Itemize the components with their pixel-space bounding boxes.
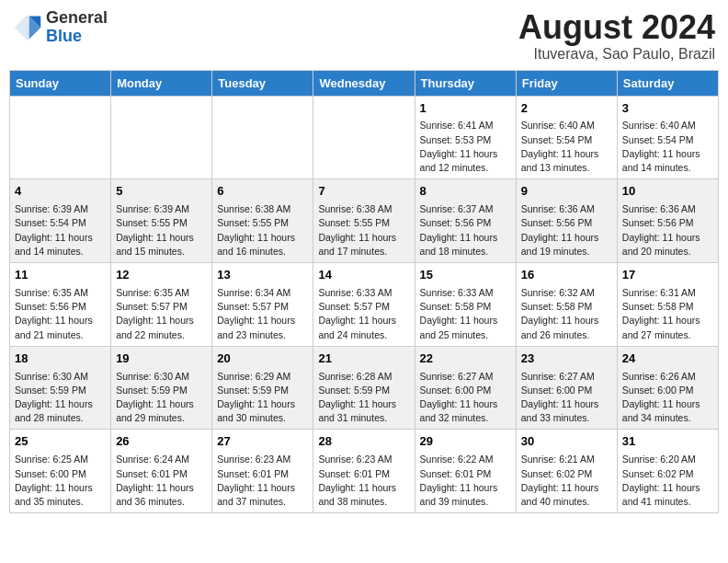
day-info: Sunrise: 6:33 AM Sunset: 5:58 PM Dayligh…: [420, 287, 498, 340]
day-info: Sunrise: 6:41 AM Sunset: 5:53 PM Dayligh…: [420, 120, 498, 173]
day-info: Sunrise: 6:30 AM Sunset: 5:59 PM Dayligh…: [15, 371, 93, 424]
calendar-cell: 30Sunrise: 6:21 AM Sunset: 6:02 PM Dayli…: [516, 430, 617, 513]
day-info: Sunrise: 6:23 AM Sunset: 6:01 PM Dayligh…: [217, 454, 295, 507]
day-number: 2: [521, 100, 612, 118]
calendar-week-5: 25Sunrise: 6:25 AM Sunset: 6:00 PM Dayli…: [10, 430, 719, 513]
day-info: Sunrise: 6:35 AM Sunset: 5:57 PM Dayligh…: [116, 287, 194, 340]
calendar-cell: 10Sunrise: 6:36 AM Sunset: 5:56 PM Dayli…: [617, 179, 718, 263]
day-number: 22: [420, 350, 511, 368]
page-header: General Blue August 2024 Ituverava, Sao …: [9, 9, 719, 63]
calendar-cell: 11Sunrise: 6:35 AM Sunset: 5:56 PM Dayli…: [10, 263, 111, 347]
day-number: 14: [318, 267, 409, 284]
day-number: 24: [622, 350, 713, 368]
logo-text: General Blue: [46, 9, 108, 46]
day-info: Sunrise: 6:21 AM Sunset: 6:02 PM Dayligh…: [521, 454, 599, 507]
day-number: 18: [15, 350, 106, 368]
day-info: Sunrise: 6:32 AM Sunset: 5:58 PM Dayligh…: [521, 287, 599, 340]
calendar-cell: 13Sunrise: 6:34 AM Sunset: 5:57 PM Dayli…: [212, 263, 313, 347]
day-number: 26: [116, 433, 207, 451]
day-info: Sunrise: 6:27 AM Sunset: 6:00 PM Dayligh…: [521, 371, 599, 424]
day-info: Sunrise: 6:39 AM Sunset: 5:54 PM Dayligh…: [15, 203, 93, 257]
day-info: Sunrise: 6:37 AM Sunset: 5:56 PM Dayligh…: [420, 203, 498, 257]
day-info: Sunrise: 6:25 AM Sunset: 6:00 PM Dayligh…: [15, 454, 93, 507]
calendar-cell: [111, 96, 212, 179]
logo: General Blue: [13, 9, 108, 46]
month-title: August 2024: [518, 9, 715, 46]
calendar-cell: 7Sunrise: 6:38 AM Sunset: 5:55 PM Daylig…: [313, 179, 415, 263]
calendar-cell: [10, 96, 111, 179]
calendar-cell: 31Sunrise: 6:20 AM Sunset: 6:02 PM Dayli…: [617, 430, 718, 513]
day-number: 31: [622, 433, 713, 451]
day-number: 12: [116, 267, 207, 284]
day-info: Sunrise: 6:35 AM Sunset: 5:56 PM Dayligh…: [15, 287, 93, 340]
day-number: 6: [217, 183, 308, 201]
day-info: Sunrise: 6:38 AM Sunset: 5:55 PM Dayligh…: [217, 203, 295, 257]
day-info: Sunrise: 6:39 AM Sunset: 5:55 PM Dayligh…: [116, 203, 194, 257]
calendar-cell: [313, 96, 415, 179]
day-number: 17: [622, 267, 713, 284]
weekday-header-thursday: Thursday: [415, 70, 516, 96]
weekday-header-tuesday: Tuesday: [212, 70, 313, 96]
day-info: Sunrise: 6:34 AM Sunset: 5:57 PM Dayligh…: [217, 287, 295, 340]
calendar-cell: 1Sunrise: 6:41 AM Sunset: 5:53 PM Daylig…: [415, 96, 516, 179]
calendar-week-2: 4Sunrise: 6:39 AM Sunset: 5:54 PM Daylig…: [10, 179, 719, 263]
logo-icon: [13, 13, 42, 42]
calendar-cell: 22Sunrise: 6:27 AM Sunset: 6:00 PM Dayli…: [415, 346, 516, 430]
calendar-cell: 15Sunrise: 6:33 AM Sunset: 5:58 PM Dayli…: [415, 263, 516, 347]
calendar-table: SundayMondayTuesdayWednesdayThursdayFrid…: [9, 70, 719, 514]
day-number: 16: [521, 267, 612, 284]
calendar-cell: 4Sunrise: 6:39 AM Sunset: 5:54 PM Daylig…: [10, 179, 111, 263]
calendar-cell: 14Sunrise: 6:33 AM Sunset: 5:57 PM Dayli…: [313, 263, 415, 347]
calendar-cell: 3Sunrise: 6:40 AM Sunset: 5:54 PM Daylig…: [617, 96, 718, 179]
day-info: Sunrise: 6:36 AM Sunset: 5:56 PM Dayligh…: [521, 203, 599, 257]
calendar-cell: 29Sunrise: 6:22 AM Sunset: 6:01 PM Dayli…: [415, 430, 516, 513]
day-number: 7: [318, 183, 409, 201]
weekday-header-wednesday: Wednesday: [313, 70, 415, 96]
calendar-cell: 6Sunrise: 6:38 AM Sunset: 5:55 PM Daylig…: [212, 179, 313, 263]
title-block: August 2024 Ituverava, Sao Paulo, Brazil: [518, 9, 715, 63]
calendar-cell: 18Sunrise: 6:30 AM Sunset: 5:59 PM Dayli…: [10, 346, 111, 430]
day-number: 20: [217, 350, 308, 368]
day-number: 27: [217, 433, 308, 451]
day-info: Sunrise: 6:40 AM Sunset: 5:54 PM Dayligh…: [622, 120, 700, 173]
day-number: 25: [15, 433, 106, 451]
day-info: Sunrise: 6:38 AM Sunset: 5:55 PM Dayligh…: [318, 203, 396, 257]
day-info: Sunrise: 6:40 AM Sunset: 5:54 PM Dayligh…: [521, 120, 599, 173]
day-number: 10: [622, 183, 713, 201]
calendar-cell: 9Sunrise: 6:36 AM Sunset: 5:56 PM Daylig…: [516, 179, 617, 263]
day-number: 9: [521, 183, 612, 201]
weekday-header-sunday: Sunday: [10, 70, 111, 96]
calendar-cell: 24Sunrise: 6:26 AM Sunset: 6:00 PM Dayli…: [617, 346, 718, 430]
day-number: 1: [420, 100, 511, 118]
calendar-cell: 2Sunrise: 6:40 AM Sunset: 5:54 PM Daylig…: [516, 96, 617, 179]
calendar-cell: 28Sunrise: 6:23 AM Sunset: 6:01 PM Dayli…: [313, 430, 415, 513]
day-info: Sunrise: 6:33 AM Sunset: 5:57 PM Dayligh…: [318, 287, 396, 340]
logo-general: General: [46, 9, 108, 28]
calendar-cell: 8Sunrise: 6:37 AM Sunset: 5:56 PM Daylig…: [415, 179, 516, 263]
calendar-cell: 25Sunrise: 6:25 AM Sunset: 6:00 PM Dayli…: [10, 430, 111, 513]
day-info: Sunrise: 6:27 AM Sunset: 6:00 PM Dayligh…: [420, 371, 498, 424]
day-number: 3: [622, 100, 713, 118]
weekday-header-monday: Monday: [111, 70, 212, 96]
location: Ituverava, Sao Paulo, Brazil: [518, 46, 715, 63]
day-number: 15: [420, 267, 511, 284]
day-info: Sunrise: 6:28 AM Sunset: 5:59 PM Dayligh…: [318, 371, 396, 424]
day-number: 29: [420, 433, 511, 451]
day-info: Sunrise: 6:23 AM Sunset: 6:01 PM Dayligh…: [318, 454, 396, 507]
day-number: 13: [217, 267, 308, 284]
day-info: Sunrise: 6:20 AM Sunset: 6:02 PM Dayligh…: [622, 454, 700, 507]
calendar-cell: 17Sunrise: 6:31 AM Sunset: 5:58 PM Dayli…: [617, 263, 718, 347]
calendar-week-3: 11Sunrise: 6:35 AM Sunset: 5:56 PM Dayli…: [10, 263, 719, 347]
day-info: Sunrise: 6:29 AM Sunset: 5:59 PM Dayligh…: [217, 371, 295, 424]
weekday-header-friday: Friday: [516, 70, 617, 96]
weekday-header-saturday: Saturday: [617, 70, 718, 96]
day-info: Sunrise: 6:36 AM Sunset: 5:56 PM Dayligh…: [622, 203, 700, 257]
day-number: 5: [116, 183, 207, 201]
calendar-cell: 26Sunrise: 6:24 AM Sunset: 6:01 PM Dayli…: [111, 430, 212, 513]
day-number: 19: [116, 350, 207, 368]
calendar-cell: 23Sunrise: 6:27 AM Sunset: 6:00 PM Dayli…: [516, 346, 617, 430]
weekday-header-row: SundayMondayTuesdayWednesdayThursdayFrid…: [10, 70, 719, 96]
calendar-cell: 16Sunrise: 6:32 AM Sunset: 5:58 PM Dayli…: [516, 263, 617, 347]
calendar-cell: 5Sunrise: 6:39 AM Sunset: 5:55 PM Daylig…: [111, 179, 212, 263]
day-number: 28: [318, 433, 409, 451]
